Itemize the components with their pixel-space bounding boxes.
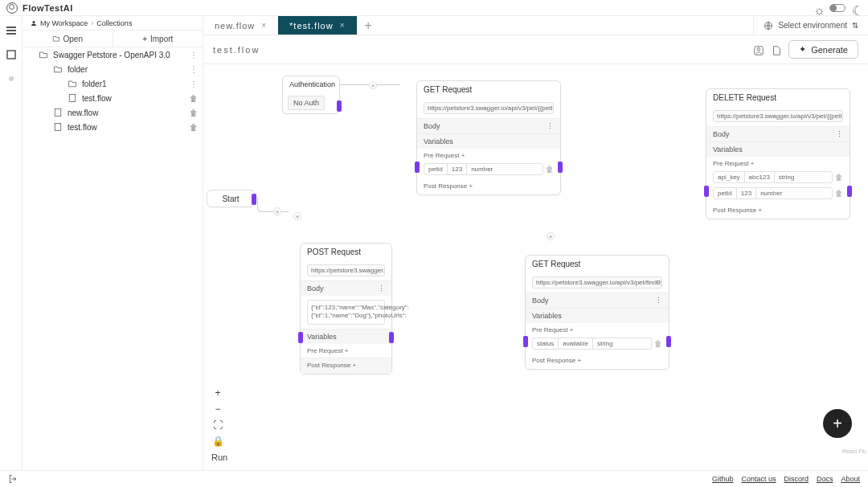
more-icon[interactable]: ⋮ <box>190 51 198 59</box>
generate-button[interactable]: ✦ Generate <box>788 40 858 59</box>
auth-select[interactable]: No Auth <box>288 96 325 110</box>
canvas[interactable]: × × Authentication No Auth Start GET Req… <box>203 64 868 470</box>
import-button[interactable]: + Import <box>113 31 203 47</box>
react-flow-attribution: React Flo <box>842 448 866 454</box>
add-icon[interactable]: + <box>353 362 357 369</box>
variable-row[interactable]: api_keyabc123string <box>713 171 833 183</box>
vars-section[interactable]: Variables <box>301 329 391 344</box>
environment-select[interactable]: Select environment ⇅ <box>753 16 868 35</box>
url-field[interactable]: https://petstore3.swagger.io/api/v3/pet/… <box>713 110 843 122</box>
port-out[interactable] <box>252 194 256 205</box>
url-field[interactable]: https://petstore3.swagger.io/api/v3/pet/… <box>424 102 554 114</box>
vars-section[interactable]: Variables <box>526 308 669 323</box>
sun-icon[interactable]: ☼ <box>813 3 823 13</box>
trash-icon[interactable]: 🗑 <box>835 189 843 198</box>
tab-newflow[interactable]: new.flow × <box>203 16 278 35</box>
add-icon[interactable]: + <box>759 207 763 214</box>
node-auth[interactable]: Authentication No Auth <box>282 76 340 114</box>
variable-row[interactable]: statusavailablestring <box>532 338 652 350</box>
lock-button[interactable]: 🔒 <box>211 435 224 448</box>
folder-row[interactable]: folder ⋮ <box>23 62 203 76</box>
folder1-row[interactable]: folder1 ⋮ <box>23 76 203 91</box>
url-field[interactable]: https://petstore3.swagger.io/api/v3/pet/… <box>532 276 662 289</box>
port-in[interactable] <box>523 336 528 347</box>
port-in[interactable] <box>704 186 709 197</box>
testflow-row[interactable]: test.flow 🗑 <box>23 91 203 105</box>
rail-collections-icon[interactable] <box>5 24 18 37</box>
port-out[interactable] <box>666 336 671 347</box>
edge-remove-icon[interactable]: × <box>369 81 377 89</box>
add-icon[interactable]: + <box>345 347 349 354</box>
add-icon[interactable]: + <box>751 160 755 167</box>
breadcrumb-workspace[interactable]: My Workspace <box>40 19 88 27</box>
file-icon[interactable] <box>771 45 780 55</box>
footer-docs[interactable]: Docs <box>817 475 833 483</box>
open-button[interactable]: Open <box>23 31 113 47</box>
logout-icon[interactable] <box>8 474 18 484</box>
svg-point-2 <box>33 21 35 23</box>
add-icon[interactable]: + <box>578 357 582 364</box>
fit-view-button[interactable]: ⛶ <box>211 419 224 432</box>
more-icon[interactable]: ⋮ <box>190 65 198 74</box>
body-section[interactable]: Body⋮ <box>417 118 560 133</box>
newflow-row[interactable]: new.flow 🗑 <box>23 105 203 120</box>
moon-icon[interactable]: ☾ <box>852 3 862 13</box>
body-section[interactable]: Body⋮ <box>301 280 391 296</box>
body-section[interactable]: Body⋮ <box>526 293 669 308</box>
port-in[interactable] <box>415 162 420 173</box>
trash-icon[interactable]: 🗑 <box>835 173 843 182</box>
footer-contact[interactable]: Contact us <box>741 475 776 483</box>
trash-icon[interactable]: 🗑 <box>654 339 662 348</box>
edge-remove-icon[interactable]: × <box>547 232 555 240</box>
testflow2-row[interactable]: test.flow 🗑 <box>23 120 203 134</box>
run-button[interactable]: Run <box>211 452 227 462</box>
rail-dot-icon[interactable] <box>5 72 18 85</box>
trash-icon[interactable]: 🗑 <box>190 94 198 103</box>
variable-row[interactable]: petId123number <box>713 187 833 199</box>
port-out[interactable] <box>558 162 563 173</box>
footer-github[interactable]: Github <box>712 475 734 483</box>
flow-title: test.flow <box>213 45 260 55</box>
zoom-out-button[interactable]: − <box>211 403 224 415</box>
node-post[interactable]: POST Request https://petstore3.swagger.i… <box>300 243 392 374</box>
close-icon[interactable]: × <box>261 21 267 30</box>
collection-row[interactable]: Swagger Petstore - OpenAPI 3.0 ⋮ <box>23 47 203 62</box>
zoom-in-button[interactable]: + <box>211 387 224 399</box>
titlebar: FlowTestAI ☼ ☾ <box>0 0 868 16</box>
fab-add-node[interactable]: + <box>823 409 852 438</box>
add-icon[interactable]: + <box>461 152 465 159</box>
edge-remove-icon[interactable]: × <box>293 212 301 220</box>
variable-row[interactable]: petId123number <box>424 163 543 175</box>
port-out[interactable] <box>847 186 852 197</box>
node-delete[interactable]: DELETE Request https://petstore3.swagger… <box>706 88 850 219</box>
body-section[interactable]: Body⋮ <box>706 126 850 141</box>
more-icon[interactable]: ⋮ <box>190 80 198 88</box>
breadcrumb-collections[interactable]: Collections <box>96 19 132 27</box>
body-content[interactable]: {"id":123,"name":"Max","category":{"id":… <box>307 300 385 325</box>
vars-section[interactable]: Variables <box>706 141 850 157</box>
close-icon[interactable]: × <box>340 21 346 30</box>
trash-icon[interactable]: 🗑 <box>190 108 198 117</box>
profile-icon[interactable] <box>753 45 763 55</box>
edge-remove-icon[interactable]: × <box>273 207 281 215</box>
vars-section[interactable]: Variables <box>417 133 560 149</box>
port-out[interactable] <box>389 332 394 343</box>
add-icon[interactable]: + <box>570 326 574 334</box>
add-icon[interactable]: + <box>469 182 473 190</box>
footer-discord[interactable]: Discord <box>784 475 809 483</box>
tab-testflow[interactable]: *test.flow × <box>278 16 356 35</box>
node-get2[interactable]: GET Request https://petstore3.swagger.io… <box>525 255 669 370</box>
trash-icon[interactable]: 🗑 <box>190 123 198 132</box>
theme-toggle[interactable] <box>829 4 845 12</box>
footer-about[interactable]: About <box>841 475 860 483</box>
trash-icon[interactable]: 🗑 <box>546 165 554 174</box>
port-out[interactable] <box>337 100 342 112</box>
url-field[interactable]: https://petstore3.swagger.io/ap <box>307 264 385 276</box>
node-get1[interactable]: GET Request https://petstore3.swagger.io… <box>416 80 561 195</box>
rail-box-icon[interactable] <box>5 48 18 61</box>
user-icon <box>31 20 37 27</box>
node-title: GET Request <box>526 256 669 272</box>
node-start[interactable]: Start <box>207 190 255 207</box>
tab-add-button[interactable]: + <box>357 16 380 35</box>
port-in[interactable] <box>298 332 303 343</box>
